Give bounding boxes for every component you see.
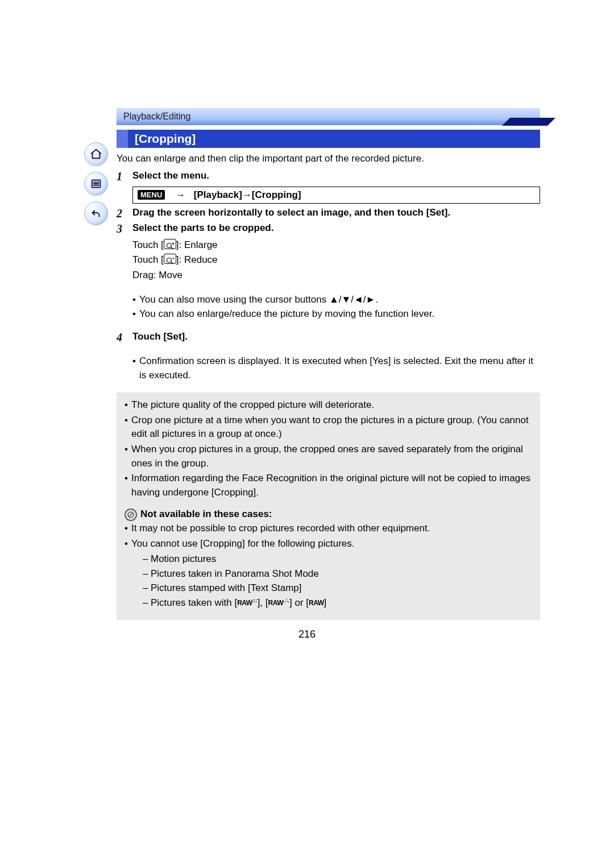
enlarge-icon — [164, 239, 176, 249]
drag-line: Drag: Move — [132, 268, 540, 283]
page-number: 216 — [0, 629, 614, 640]
touch-reduce-line: Touch []: Reduce — [132, 253, 540, 267]
svg-point-8 — [167, 258, 171, 263]
note-item: Crop one picture at a time when you want… — [125, 414, 532, 441]
step-number: 3 — [117, 222, 132, 235]
step-title: Touch [Set]. — [132, 331, 188, 342]
svg-line-5 — [171, 247, 173, 249]
toc-icon[interactable] — [84, 172, 108, 196]
step-title: Drag the screen horizontally to select a… — [132, 207, 450, 218]
notes-box: The picture quality of the cropped pictu… — [117, 392, 540, 620]
note-item: The picture quality of the cropped pictu… — [125, 398, 532, 412]
step-number: 2 — [117, 207, 132, 220]
prohibited-icon — [125, 509, 137, 521]
step4-bullets: Confirmation screen is displayed. It is … — [132, 354, 540, 383]
note-item: When you crop pictures in a group, the c… — [125, 443, 532, 470]
arrow-icon: → — [176, 189, 185, 201]
na-subitem: Pictures stamped with [Text Stamp] — [143, 581, 532, 596]
step3-bullets: You can also move using the cursor butto… — [132, 292, 540, 321]
bullet: You can also move using the cursor butto… — [132, 292, 540, 307]
note-item: Information regarding the Face Recogniti… — [125, 472, 532, 499]
step-2: 2 Drag the screen horizontally to select… — [117, 207, 540, 220]
menu-path: [Playback]→[Cropping] — [194, 189, 301, 200]
home-icon[interactable] — [84, 142, 108, 166]
raw-fine-icon: RAW::: — [237, 597, 258, 608]
na-item: You cannot use [Cropping] for the follow… — [125, 537, 532, 610]
na-subitem: Motion pictures — [143, 552, 532, 567]
breadcrumb-bar: Playback/Editing — [117, 108, 540, 125]
raw-std-icon: RAW.∴. — [268, 597, 290, 608]
svg-point-4 — [167, 243, 171, 247]
na-item: It may not be possible to crop pictures … — [125, 522, 532, 536]
svg-line-12 — [129, 512, 133, 516]
step-number: 4 — [117, 331, 132, 344]
step-3: 3 Select the parts to be cropped. — [117, 222, 540, 235]
bullet: Confirmation screen is displayed. It is … — [132, 354, 540, 383]
step-title: Select the menu. — [132, 170, 209, 181]
menu-path-box: MENU → [Playback]→[Cropping] — [132, 187, 540, 204]
svg-line-9 — [171, 262, 173, 264]
na-subitem: Pictures taken with [RAW:::], [RAW.∴.] o… — [143, 596, 532, 610]
step-4: 4 Touch [Set]. — [117, 331, 540, 344]
step-title: Select the parts to be cropped. — [132, 222, 273, 233]
step-number: 1 — [117, 170, 132, 183]
cursor-arrows-icon: ▲/▼/◄/► — [329, 294, 375, 305]
menu-chip: MENU — [138, 190, 165, 200]
touch-enlarge-line: Touch []: Enlarge — [132, 238, 540, 253]
intro-text: You can enlarge and then clip the import… — [117, 152, 540, 166]
step-1: 1 Select the menu. — [117, 170, 540, 183]
reduce-icon — [164, 254, 176, 264]
bullet: You can also enlarge/reduce the picture … — [132, 307, 540, 321]
back-icon[interactable] — [84, 201, 108, 225]
not-available-heading: Not available in these cases: — [125, 507, 532, 522]
breadcrumb: Playback/Editing — [123, 111, 190, 121]
raw-icon: RAW — [309, 598, 324, 608]
na-subitem: Pictures taken in Panorama Shot Mode — [143, 567, 532, 581]
section-title: [Cropping] — [117, 130, 540, 148]
